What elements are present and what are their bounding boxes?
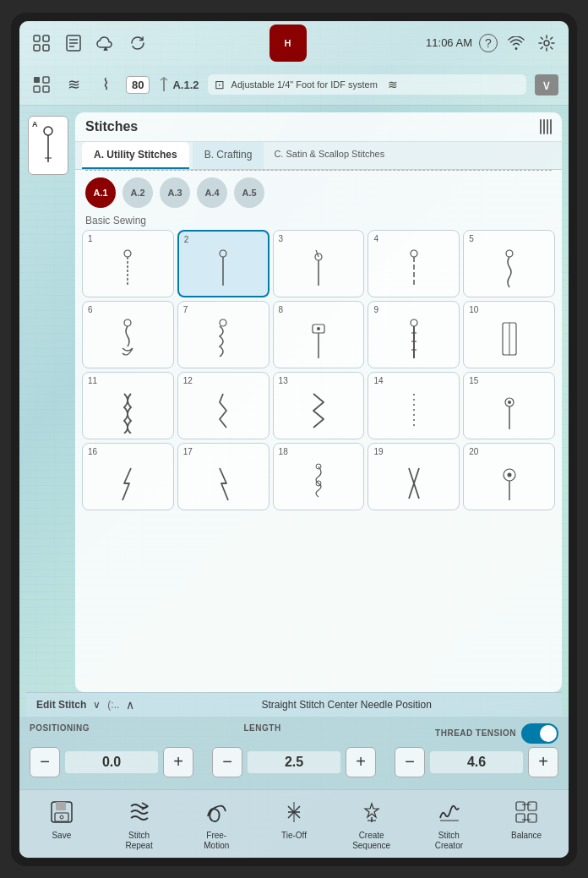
- svg-rect-2: [34, 45, 40, 51]
- toolbar-save[interactable]: Save: [32, 797, 91, 851]
- sub-tab-a5[interactable]: A.5: [234, 177, 264, 208]
- husqvarna-logo: H: [270, 25, 307, 62]
- positioning-plus-button[interactable]: +: [163, 747, 193, 777]
- free-motion-icon: [199, 797, 233, 827]
- grid-icon[interactable]: [30, 31, 53, 55]
- tab-satin-scallop[interactable]: C. Satin & Scallop Stitches: [267, 142, 391, 169]
- stitch-cell-5[interactable]: 5: [463, 230, 555, 297]
- svg-point-31: [411, 319, 417, 326]
- screen: H 11:06 AM ?: [19, 21, 569, 858]
- stitch-cell-8[interactable]: 8: [273, 301, 365, 368]
- thread-tension-toggle[interactable]: [521, 723, 558, 744]
- svg-rect-62: [516, 814, 525, 822]
- sub-tab-a2[interactable]: A.2: [122, 177, 153, 208]
- toolbar-tie-off[interactable]: Tie-Off: [264, 797, 324, 851]
- foot-icon: ⊡: [215, 78, 225, 91]
- stitch-cell-14[interactable]: 14: [368, 372, 460, 439]
- main-content: A Stitches: [19, 106, 569, 717]
- stitch-creator-icon: [432, 797, 466, 827]
- positioning-value: 0.0: [65, 751, 158, 773]
- stitch-cell-11[interactable]: 11: [82, 372, 174, 439]
- tension-minus-button[interactable]: −: [395, 747, 425, 777]
- stitch-cell-10[interactable]: 10: [463, 301, 555, 368]
- tabs: A. Utility Stitches B. Crafting C. Satin…: [75, 142, 562, 170]
- control-panel: POSITIONING LENGTH THREAD TENSION − 0.0 …: [19, 717, 569, 789]
- stitches-header: Stitches: [75, 112, 562, 142]
- toolbar-stitch-creator[interactable]: StitchCreator: [419, 797, 478, 851]
- svg-rect-63: [528, 814, 536, 822]
- svg-point-27: [220, 319, 226, 326]
- svg-rect-10: [43, 77, 49, 83]
- stitch-repeat-icon: [122, 797, 156, 827]
- stitch-grid: 1 2: [82, 230, 555, 510]
- wifi-icon: [504, 31, 528, 55]
- svg-point-25: [506, 250, 513, 257]
- stitch-cell-17[interactable]: 17: [177, 443, 270, 510]
- edit-bar: Edit Stitch ∨ (:.. ∧ Straight Stitch Cen…: [26, 692, 562, 717]
- page-icon[interactable]: [62, 31, 85, 55]
- toolbar-balance[interactable]: Balance: [497, 797, 556, 851]
- wave-icon: ∧: [126, 698, 134, 712]
- stitch-cell-12[interactable]: 12: [177, 372, 270, 439]
- needle-icon: ⌇: [94, 73, 117, 96]
- dropdown-button[interactable]: ∨: [535, 74, 558, 95]
- svg-rect-3: [43, 45, 49, 51]
- sub-tab-a1[interactable]: A.1: [85, 177, 116, 208]
- edit-stitch-dropdown[interactable]: ∨: [93, 699, 101, 711]
- settings-icon[interactable]: [535, 31, 558, 55]
- sub-tab-a4[interactable]: A.4: [197, 177, 227, 208]
- svg-point-47: [507, 472, 511, 477]
- toolbar-stitch-repeat[interactable]: StitchRepeat: [110, 797, 169, 851]
- stitch-cell-2[interactable]: 2: [177, 230, 270, 297]
- tie-off-label: Tie-Off: [281, 831, 307, 841]
- length-minus-button[interactable]: −: [212, 747, 242, 777]
- balance-icon: [509, 797, 543, 827]
- foot-info: ⊡ Adjustable 1/4" Foot for IDF system ≋: [208, 74, 526, 95]
- stitch-cell-19[interactable]: 19: [368, 443, 460, 510]
- free-motion-label: Free-Motion: [204, 831, 229, 851]
- stitch-cell-15[interactable]: 15: [463, 372, 555, 439]
- svg-point-18: [220, 250, 226, 257]
- stitch-grid-wrapper: 1 2: [75, 230, 562, 692]
- stitch-cell-4[interactable]: 4: [368, 230, 460, 297]
- stitch-cell-1[interactable]: 1: [82, 230, 174, 297]
- wave-stitch-icon[interactable]: ≋: [62, 73, 85, 96]
- save-icon: [45, 797, 79, 827]
- top-bar-right: 11:06 AM ?: [426, 31, 558, 55]
- save-label: Save: [52, 831, 71, 841]
- control-row-values: − 0.0 + − 2.5 + − 4.6 +: [30, 747, 558, 777]
- stitch-cell-16[interactable]: 16: [82, 443, 174, 510]
- cloud-icon[interactable]: [94, 31, 117, 55]
- svg-rect-50: [56, 802, 66, 810]
- length-value: 2.5: [248, 751, 340, 773]
- tension-plus-button[interactable]: +: [528, 747, 558, 777]
- tension-value: 4.6: [430, 751, 523, 773]
- stitch-name-display: Straight Stitch Center Needle Position: [141, 699, 552, 711]
- sub-tab-a3[interactable]: A.3: [160, 177, 190, 208]
- thread-tension-label: THREAD TENSION: [435, 728, 516, 738]
- length-plus-button[interactable]: +: [346, 747, 376, 777]
- rotate-icon[interactable]: [126, 31, 150, 55]
- second-bar: ≋ ⌇ 80 A.1.2 ⊡ Adjustable 1/4" Foot for …: [19, 65, 569, 106]
- tab-utility-stitches[interactable]: A. Utility Stitches: [82, 142, 189, 169]
- positioning-minus-button[interactable]: −: [30, 747, 60, 777]
- dots-icon: (:..: [107, 699, 119, 711]
- time-display: 11:06 AM: [426, 36, 472, 49]
- stitch-cell-7[interactable]: 7: [177, 301, 270, 368]
- stitch-number-badge: 80: [126, 76, 150, 94]
- create-sequence-icon: [355, 797, 389, 827]
- toolbar-free-motion[interactable]: Free-Motion: [187, 797, 246, 851]
- tab-crafting[interactable]: B. Crafting: [193, 142, 264, 169]
- svg-point-29: [317, 327, 320, 330]
- stitch-cell-3[interactable]: 3: [273, 230, 365, 297]
- stitch-cell-6[interactable]: 6: [82, 301, 174, 368]
- help-icon[interactable]: ?: [479, 34, 498, 52]
- stitch-cell-20[interactable]: 20: [463, 443, 555, 510]
- grid-small-icon[interactable]: [30, 73, 53, 96]
- stitch-cell-18[interactable]: 18: [273, 443, 365, 510]
- svg-rect-51: [55, 813, 68, 821]
- grid-lines-icon: [540, 119, 552, 134]
- stitch-cell-13[interactable]: 13: [273, 372, 365, 439]
- stitch-cell-9[interactable]: 9: [368, 301, 460, 368]
- toolbar-create-sequence[interactable]: CreateSequence: [342, 797, 401, 851]
